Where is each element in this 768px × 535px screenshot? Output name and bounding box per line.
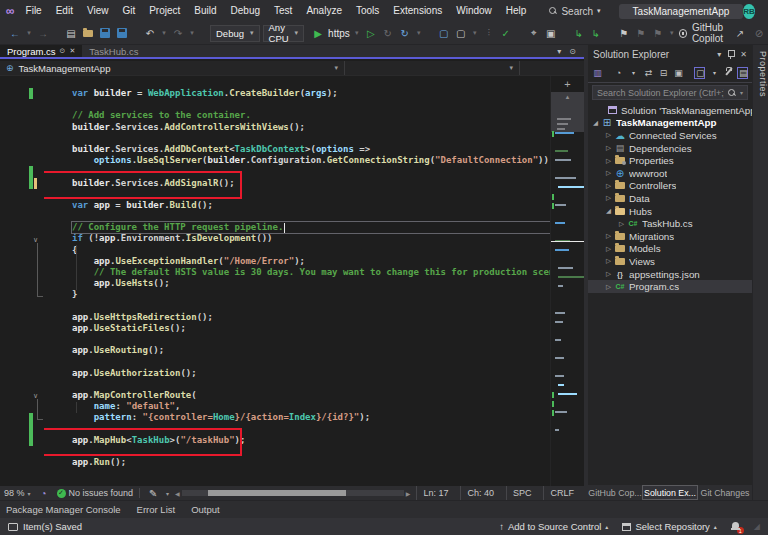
tool-tab-solution-ex-[interactable]: Solution Ex...: [642, 485, 698, 500]
prev-bookmark-button[interactable]: ⚑: [634, 25, 648, 41]
collapsed-arrow-icon[interactable]: ▷: [604, 131, 613, 139]
horizontal-scrollbar[interactable]: ◀ ▶: [175, 490, 410, 497]
find-in-files-button[interactable]: ▢: [437, 25, 451, 41]
document-tab-taskhub.cs[interactable]: TaskHub.cs: [82, 45, 145, 57]
navigate-cursor-button[interactable]: ⌖: [527, 25, 541, 41]
menu-debug[interactable]: Debug: [224, 0, 267, 22]
undo-dropdown[interactable]: ▾: [160, 25, 168, 41]
code-line[interactable]: if (!app.Environment.IsDevelopment()): [72, 233, 550, 244]
next-bookmark-button[interactable]: ⚑: [651, 25, 665, 41]
code-line[interactable]: [72, 211, 550, 222]
solution-configuration-dropdown[interactable]: Debug▾: [210, 25, 260, 42]
document-health-icon[interactable]: ◔: [37, 485, 51, 501]
sync-selection-button[interactable]: ⇄: [643, 68, 654, 78]
collapse-all-button[interactable]: ⊟: [658, 68, 669, 78]
collapsed-arrow-icon[interactable]: ▷: [604, 194, 613, 202]
code-line[interactable]: [72, 301, 550, 312]
code-line[interactable]: app.UseStaticFiles();: [72, 323, 550, 334]
code-line[interactable]: app.MapControllerRoute(: [72, 390, 550, 401]
save-button[interactable]: [98, 25, 112, 41]
scroll-right-icon[interactable]: ▶: [406, 490, 411, 497]
menu-tools[interactable]: Tools: [349, 0, 386, 22]
menu-window[interactable]: Window: [449, 0, 499, 22]
collapsed-arrow-icon[interactable]: ▷: [604, 270, 613, 278]
refresh-dropdown[interactable]: ▾: [415, 25, 423, 41]
code-line[interactable]: app.UseRouting();: [72, 345, 550, 356]
tree-item-views[interactable]: ▷Views: [588, 255, 752, 268]
menu-build[interactable]: Build: [187, 0, 223, 22]
start-debugging-button[interactable]: ▶ https ▾: [311, 25, 361, 41]
redo-button[interactable]: ↷: [171, 25, 185, 41]
code-editor[interactable]: ∨∨ var builder = WebApplication.CreateBu…: [0, 76, 584, 486]
collapsed-arrow-icon[interactable]: ▷: [604, 144, 613, 152]
code-line[interactable]: // The default HSTS value is 30 days. Yo…: [72, 267, 550, 278]
code-line[interactable]: [72, 133, 550, 144]
account-avatar[interactable]: RB: [743, 4, 755, 19]
tab-properties[interactable]: Properties: [754, 51, 768, 97]
tab-close-icon[interactable]: ✕: [69, 47, 75, 55]
code-line[interactable]: [72, 424, 550, 435]
preview-dropdown[interactable]: ▾: [709, 69, 720, 76]
pending-changes-filter-button[interactable]: ◔: [613, 68, 624, 78]
collapsed-arrow-icon[interactable]: ▷: [617, 220, 626, 228]
scrollbar-track[interactable]: [182, 490, 404, 496]
code-line[interactable]: }: [72, 289, 550, 300]
panel-options-dropdown[interactable]: ▾: [717, 50, 721, 59]
step-over-button[interactable]: ↳: [589, 25, 603, 41]
collapsed-arrow-icon[interactable]: ▷: [604, 257, 613, 265]
scrollbar-thumb[interactable]: [208, 490, 346, 496]
step-into-button[interactable]: ↳: [572, 25, 586, 41]
code-line[interactable]: app.UseHttpsRedirection();: [72, 312, 550, 323]
select-repository-button[interactable]: Select Repository ▴: [622, 521, 716, 532]
collapsed-arrow-icon[interactable]: ▷: [604, 283, 613, 291]
code-line[interactable]: [72, 334, 550, 345]
run-profile-dropdown[interactable]: ▾: [353, 25, 361, 41]
code-line[interactable]: builder.Services.AddSignalR();: [72, 178, 550, 189]
fold-collapse-icon[interactable]: ∨: [33, 236, 38, 243]
menu-help[interactable]: Help: [499, 0, 534, 22]
tool-tab-github-cop-[interactable]: GitHub Cop...: [588, 485, 642, 500]
code-line[interactable]: [72, 189, 550, 200]
browser-link-dropdown[interactable]: ▾: [471, 25, 479, 41]
scroll-up-icon[interactable]: ▲: [551, 94, 584, 100]
code-analysis-button[interactable]: ✓: [499, 25, 513, 41]
spaces-indicator[interactable]: SPC: [506, 486, 538, 500]
solution-platform-dropdown[interactable]: Any CPU▾: [263, 25, 305, 42]
tab-pin-icon[interactable]: ⊙: [60, 47, 66, 55]
collapsed-arrow-icon[interactable]: ▷: [604, 169, 613, 177]
tree-item-dependencies[interactable]: ▷▤Dependencies: [588, 142, 752, 155]
notifications-bell-icon[interactable]: 1: [731, 522, 740, 531]
code-cleanup-dropdown[interactable]: ▾: [166, 490, 169, 497]
bookmark-button[interactable]: ⚑: [617, 25, 631, 41]
undo-button[interactable]: ↶: [143, 25, 157, 41]
tree-item-properties[interactable]: ▷Properties: [588, 154, 752, 167]
tree-item-hubs[interactable]: ◢Hubs: [588, 205, 752, 218]
switch-views-button[interactable]: ▥: [592, 68, 603, 78]
save-all-button[interactable]: [115, 25, 129, 41]
code-line[interactable]: [72, 357, 550, 368]
collapsed-arrow-icon[interactable]: ▷: [604, 232, 613, 240]
collapsed-arrow-icon[interactable]: ▷: [604, 182, 613, 190]
issues-indicator[interactable]: ✓ No issues found: [57, 488, 134, 498]
eol-indicator[interactable]: CRLF: [543, 486, 580, 500]
panel-tab-error-list[interactable]: Error List: [137, 504, 176, 515]
code-line[interactable]: builder.Services.AddControllersWithViews…: [72, 122, 550, 133]
code-line[interactable]: app.MapHub<TaskHub>("/taskHub");: [72, 435, 550, 446]
sync-with-active-document-button[interactable]: ▣: [673, 68, 684, 78]
menu-file[interactable]: File: [19, 0, 49, 22]
tree-item-data[interactable]: ▷Data: [588, 192, 752, 205]
type-dropdown[interactable]: ▾: [345, 61, 520, 75]
code-line[interactable]: {: [72, 245, 550, 256]
panel-tab-output[interactable]: Output: [191, 504, 220, 515]
solution-explorer-search-input[interactable]: Search Solution Explorer (Ctrl+;) ▾: [592, 85, 748, 100]
collapsed-arrow-icon[interactable]: ▷: [604, 157, 613, 165]
tree-item-connected-services[interactable]: ▷☁Connected Services: [588, 129, 752, 142]
tree-item-appsettings-json[interactable]: ▷{}appsettings.json: [588, 268, 752, 281]
code-line[interactable]: [72, 99, 550, 110]
search-options-dropdown[interactable]: ▾: [740, 89, 743, 96]
menu-project[interactable]: Project: [142, 0, 187, 22]
panel-close-icon[interactable]: ✕: [740, 50, 747, 59]
tree-item-taskhub-cs[interactable]: ▷C#TaskHub.cs: [588, 217, 752, 230]
tab-list-dropdown[interactable]: ▾: [557, 47, 561, 56]
code-line[interactable]: pattern: "{controller=Home}/{action=Inde…: [72, 412, 550, 423]
